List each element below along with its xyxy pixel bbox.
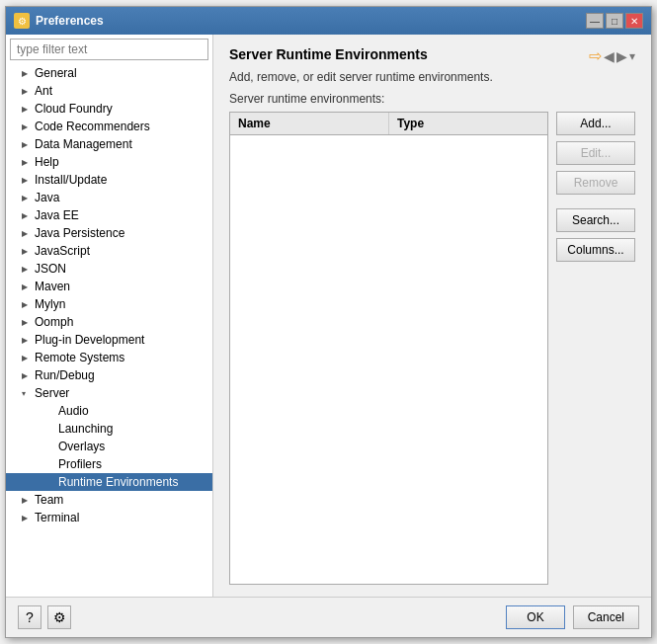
tree-item-server[interactable]: ▾Server [6,384,212,402]
tree-item-server-profilers[interactable]: Profilers [6,455,212,473]
environments-table: Name Type [229,112,548,585]
tree-arrow-mylyn: ▶ [22,300,32,309]
col-type-header: Type [389,113,547,134]
left-panel: ▶General▶Ant▶Cloud Foundry▶Code Recommen… [6,35,213,597]
title-buttons: — □ ✕ [586,13,643,29]
bottom-bar: ? ⚙ OK Cancel [6,597,651,637]
columns-button[interactable]: Columns... [556,238,635,262]
tree-container: ▶General▶Ant▶Cloud Foundry▶Code Recommen… [6,64,212,597]
ok-button[interactable]: OK [506,605,564,629]
tree-label-maven: Maven [35,280,70,293]
tree-arrow-general: ▶ [22,69,32,78]
tree-item-server-runtime[interactable]: Runtime Environments [6,473,212,491]
tree-label-server-audio: Audio [58,404,89,418]
bottom-left-icons: ? ⚙ [18,605,71,629]
nav-next-icon[interactable]: ▶ [616,48,627,64]
table-header: Name Type [230,113,547,135]
right-panel: Server Runtime Environments ⇨ ◀ ▶ ▾ Add,… [213,35,651,597]
tree-item-remote-systems[interactable]: ▶Remote Systems [6,349,212,366]
tree-label-remote-systems: Remote Systems [35,351,124,364]
title-bar: ⚙ Preferences — □ ✕ [6,7,651,35]
action-buttons: Add... Edit... Remove Search... Columns.… [556,112,635,585]
tree-item-data-management[interactable]: ▶Data Management [6,135,212,153]
tree-arrow-install-update: ▶ [22,176,32,185]
tree-item-java-persistence[interactable]: ▶Java Persistence [6,224,212,242]
tree-label-team: Team [35,493,63,507]
tree-arrow-json: ▶ [22,265,32,274]
main-content: ▶General▶Ant▶Cloud Foundry▶Code Recommen… [6,35,651,597]
tree-label-oomph: Oomph [35,315,73,329]
tree-label-server-overlays: Overlays [58,440,105,453]
tree-item-java[interactable]: ▶Java [6,189,212,206]
tree-item-cloud-foundry[interactable]: ▶Cloud Foundry [6,100,212,118]
tree-arrow-run-debug: ▶ [22,371,32,380]
tree-arrow-javascript: ▶ [22,247,32,256]
help-icon[interactable]: ? [18,605,41,629]
tree-item-run-debug[interactable]: ▶Run/Debug [6,366,212,384]
tree-item-server-audio[interactable]: Audio [6,402,212,420]
tree-arrow-code-recommenders: ▶ [22,122,32,131]
tree-arrow-terminal: ▶ [22,514,32,523]
filter-input[interactable] [10,39,208,60]
tree-item-mylyn[interactable]: ▶Mylyn [6,295,212,313]
remove-button[interactable]: Remove [556,171,635,195]
tree-item-javascript[interactable]: ▶JavaScript [6,242,212,260]
tree-label-install-update: Install/Update [35,173,107,187]
tree-label-general: General [35,66,77,80]
tree-arrow-java-ee: ▶ [22,211,32,220]
tree-item-java-ee[interactable]: ▶Java EE [6,206,212,224]
window-title: Preferences [36,14,104,28]
tree-label-data-management: Data Management [35,137,132,151]
tree-item-install-update[interactable]: ▶Install/Update [6,171,212,189]
edit-button[interactable]: Edit... [556,141,635,165]
tree-item-oomph[interactable]: ▶Oomph [6,313,212,331]
tree-label-plugin-development: Plug-in Development [35,333,144,347]
tree-arrow-oomph: ▶ [22,318,32,327]
tree-label-javascript: JavaScript [35,244,90,258]
tree-label-cloud-foundry: Cloud Foundry [35,102,113,116]
table-area: Name Type Add... Edit... Remove Search..… [229,112,635,585]
tree-item-code-recommenders[interactable]: ▶Code Recommenders [6,118,212,135]
tree-item-server-overlays[interactable]: Overlays [6,438,212,455]
nav-forward-icon[interactable]: ⇨ [589,46,602,65]
tree-label-mylyn: Mylyn [35,297,65,311]
tree-label-java-persistence: Java Persistence [35,226,124,240]
tree-arrow-plugin-development: ▶ [22,336,32,345]
tree-item-server-launching[interactable]: Launching [6,420,212,438]
window-icon: ⚙ [14,13,30,29]
add-button[interactable]: Add... [556,112,635,135]
tree-label-server-launching: Launching [58,422,113,436]
minimize-button[interactable]: — [586,13,604,29]
nav-icons: ⇨ ◀ ▶ ▾ [589,46,635,65]
bottom-right-buttons: OK Cancel [506,605,639,629]
tree-item-general[interactable]: ▶General [6,64,212,82]
tree-item-ant[interactable]: ▶Ant [6,82,212,100]
tree-label-terminal: Terminal [35,511,79,524]
tree-label-ant: Ant [35,84,52,98]
tree-item-maven[interactable]: ▶Maven [6,278,212,295]
settings-icon[interactable]: ⚙ [47,605,71,629]
tree-label-server-profilers: Profilers [58,457,102,471]
tree-arrow-team: ▶ [22,496,32,505]
tree-item-plugin-development[interactable]: ▶Plug-in Development [6,331,212,349]
tree-arrow-maven: ▶ [22,282,32,291]
nav-back-icon[interactable]: ◀ [604,48,615,64]
tree-label-java-ee: Java EE [35,208,79,222]
cancel-button[interactable]: Cancel [573,605,639,629]
search-button[interactable]: Search... [556,208,635,232]
preferences-window: ⚙ Preferences — □ ✕ ▶General▶Ant▶Cloud F… [5,6,652,638]
nav-dropdown-icon[interactable]: ▾ [629,49,635,63]
maximize-button[interactable]: □ [606,13,623,29]
tree-item-help[interactable]: ▶Help [6,153,212,171]
close-button[interactable]: ✕ [625,13,643,29]
tree-label-java: Java [35,191,59,204]
tree-item-json[interactable]: ▶JSON [6,260,212,278]
tree-item-team[interactable]: ▶Team [6,491,212,509]
tree-label-run-debug: Run/Debug [35,368,95,382]
tree-arrow-remote-systems: ▶ [22,354,32,362]
table-label: Server runtime environments: [229,92,635,106]
tree-label-json: JSON [35,262,66,276]
tree-item-terminal[interactable]: ▶Terminal [6,509,212,526]
tree-arrow-java-persistence: ▶ [22,229,32,238]
tree-arrow-cloud-foundry: ▶ [22,105,32,114]
